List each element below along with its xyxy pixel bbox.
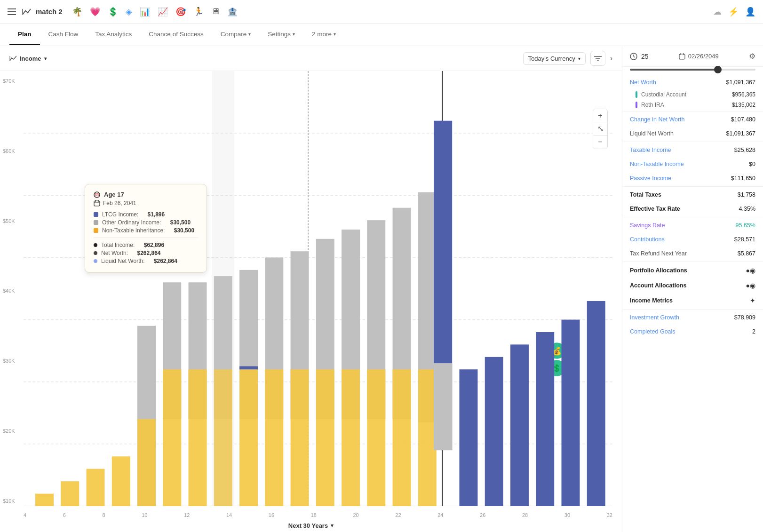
hamburger-menu[interactable] (8, 8, 16, 15)
tooltip-date-value: Feb 26, 2041 (103, 200, 136, 206)
svg-rect-21 (163, 369, 181, 506)
goal7-icon[interactable]: 🏦 (227, 7, 238, 17)
completed-goals-label[interactable]: Completed Goals (630, 328, 676, 335)
income-chevron-icon: ▾ (44, 56, 47, 61)
savings-rate-label[interactable]: Savings Rate (630, 222, 665, 229)
tax-refund-value: $5,867 (738, 250, 755, 257)
custodial-label: Custodial Account (641, 91, 686, 98)
tooltip-age-row: ⏰ Age 17 (94, 191, 198, 198)
dollar-icon[interactable]: 💲 (108, 7, 118, 17)
passive-income-label[interactable]: Passive Income (630, 175, 671, 182)
metric-portfolio-allocations[interactable]: Portfolio Allocations ●◉ (622, 263, 763, 278)
compare-chevron-icon: ▾ (248, 32, 251, 37)
currency-selector[interactable]: Today's Currency ▾ (523, 52, 586, 65)
total-taxes-label: Total Taxes (630, 191, 661, 198)
account-allocations-icon[interactable]: ●◉ (746, 282, 755, 289)
tab-plan[interactable]: Plan (9, 24, 40, 45)
metric-tax-refund: Tax Refund Next Year $5,867 (622, 246, 763, 261)
svg-rect-17 (112, 456, 130, 506)
tooltip-ordinary: Other Ordinary Income: $30,500 (94, 219, 198, 226)
contributions-value: $28,571 (734, 236, 755, 243)
metric-liquid-net-worth: Liquid Net Worth $1,091,367 (622, 127, 763, 141)
investment-growth-label[interactable]: Investment Growth (630, 314, 679, 321)
income-selector[interactable]: Income ▾ (9, 55, 47, 62)
tooltip-age: Age 17 (104, 191, 124, 198)
zoom-controls: + ⤡ − (593, 109, 608, 149)
metric-completed-goals: Completed Goals 2 (622, 325, 763, 339)
tab-compare[interactable]: Compare ▾ (212, 24, 260, 45)
chart-area: Income ▾ Today's Currency ▾ › $70K $60K … (0, 46, 622, 532)
nav-forward-button[interactable]: › (610, 54, 612, 63)
metric-net-worth: Net Worth $1,091,367 (622, 75, 763, 89)
filter-button[interactable] (590, 51, 605, 66)
panel-age: 25 (630, 53, 649, 60)
income-metrics-icon[interactable]: ✦ (750, 297, 755, 304)
tooltip-date: Feb 26, 2041 (94, 200, 198, 206)
goal6-icon[interactable]: 🖥 (211, 7, 220, 16)
tax-refund-label: Tax Refund Next Year (630, 250, 687, 257)
liquid-net-worth-label: Liquid Net Worth (630, 130, 674, 137)
taxable-income-label[interactable]: Taxable Income (630, 147, 671, 153)
svg-rect-54 (459, 369, 477, 506)
tab-tax[interactable]: Tax Analytics (87, 24, 140, 45)
svg-rect-47 (418, 369, 437, 506)
zoom-in-button[interactable]: + (593, 109, 607, 122)
contributions-label[interactable]: Contributions (630, 236, 665, 243)
roth-value: $135,002 (732, 102, 755, 108)
goal3-icon[interactable]: 📈 (158, 7, 168, 17)
goal4-icon[interactable]: 🎯 (175, 7, 186, 17)
main-layout: Income ▾ Today's Currency ▾ › $70K $60K … (0, 46, 763, 532)
metric-effective-tax-rate: Effective Tax Rate 4.35% (622, 202, 763, 216)
cloud-icon[interactable]: ☁ (713, 7, 722, 17)
svg-rect-39 (316, 369, 334, 506)
svg-rect-58 (561, 320, 580, 506)
time-range-selector[interactable]: Next 30 Years ▾ (288, 522, 334, 529)
liquid-net-worth-value: $1,091,367 (726, 130, 755, 137)
svg-rect-57 (536, 332, 554, 506)
lightning-icon[interactable]: ⚡ (728, 7, 739, 17)
goal5-icon[interactable]: 🏃 (193, 7, 204, 17)
more-chevron-icon: ▾ (334, 32, 336, 37)
svg-rect-69 (679, 54, 685, 59)
tooltip-liquid: Liquid Net Worth: $262,864 (94, 258, 198, 264)
panel-slider[interactable] (622, 67, 763, 75)
svg-rect-19 (137, 419, 156, 506)
effective-tax-rate-value: 4.35% (739, 206, 755, 212)
svg-rect-33 (239, 366, 258, 370)
health-icon[interactable]: 💗 (90, 7, 100, 17)
tab-cashflow[interactable]: Cash Flow (40, 24, 87, 45)
metric-account-allocations[interactable]: Account Allocations ●◉ (622, 278, 763, 293)
tab-chance[interactable]: Chance of Success (140, 24, 212, 45)
nontaxable-income-label[interactable]: Non-Taxable Income (630, 161, 684, 167)
tab-settings[interactable]: Settings ▾ (259, 24, 303, 45)
goal2-icon[interactable]: 📊 (140, 7, 150, 17)
app-logo: match 2 (22, 6, 63, 17)
top-nav: match 2 🌴 💗 💲 ◈ 📊 📈 🎯 🏃 🖥 🏦 ☁ ⚡ 👤 (0, 0, 763, 24)
metric-investment-growth: Investment Growth $78,909 (622, 310, 763, 325)
change-net-worth-label[interactable]: Change in Net Worth (630, 116, 685, 123)
right-panel: 25 02/26/2049 ⚙ Net Worth $1,091,367 Cus… (622, 46, 763, 532)
taxable-income-value: $25,628 (734, 147, 755, 153)
metric-income-metrics[interactable]: Income Metrics ✦ (622, 293, 763, 308)
portfolio-allocations-icon[interactable]: ●◉ (746, 267, 755, 274)
metric-savings-rate: Savings Rate 95.65% (622, 218, 763, 232)
goal1-icon[interactable]: ◈ (126, 7, 132, 17)
panel-age-value: 25 (641, 53, 649, 60)
svg-rect-62 (94, 201, 100, 206)
tooltip-ltcg: LTCG Income: $1,896 (94, 211, 198, 218)
fit-button[interactable]: ⤡ (593, 122, 607, 135)
nav-icons: 🌴 💗 💲 ◈ 📊 📈 🎯 🏃 🖥 🏦 (72, 7, 238, 17)
zoom-out-button[interactable]: − (593, 135, 607, 149)
passive-income-value: $111,650 (731, 175, 755, 182)
svg-rect-15 (61, 481, 79, 506)
panel-settings-icon[interactable]: ⚙ (749, 52, 755, 61)
panel-date-value: 02/26/2049 (688, 53, 719, 60)
tab-more[interactable]: 2 more ▾ (303, 24, 344, 45)
palm-icon[interactable]: 🌴 (72, 7, 82, 17)
user-icon[interactable]: 👤 (745, 7, 755, 17)
net-worth-label[interactable]: Net Worth (630, 79, 656, 86)
svg-rect-55 (485, 357, 503, 506)
settings-chevron-icon: ▾ (293, 32, 295, 37)
tooltip-total-income: Total Income: $62,896 (94, 242, 198, 248)
svg-rect-53 (434, 363, 452, 450)
